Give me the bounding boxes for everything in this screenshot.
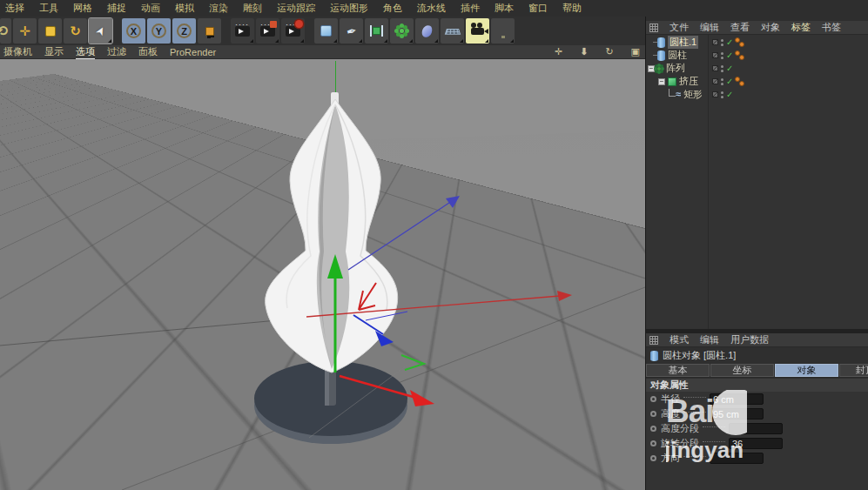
scale-icon <box>45 26 56 37</box>
menu-motion-tracker[interactable]: 运动跟踪 <box>277 2 315 15</box>
keyframe-ring-icon[interactable] <box>650 440 656 446</box>
coordinate-system-button[interactable] <box>198 18 221 44</box>
menu-select[interactable]: 选择 <box>5 2 24 15</box>
am-menu-userdata[interactable]: 用户数据 <box>730 333 769 346</box>
render-settings-button[interactable] <box>281 18 305 44</box>
menu-character[interactable]: 角色 <box>383 2 402 15</box>
om-menu-edit[interactable]: 编辑 <box>700 21 719 34</box>
render-view-button[interactable] <box>231 18 254 44</box>
lock-y-axis-button[interactable]: Y <box>147 18 171 44</box>
undo-button[interactable]: ⟲ <box>0 18 11 44</box>
orientation-input[interactable] <box>710 453 764 464</box>
array-object-icon <box>657 67 661 70</box>
prop-row-rotation-segments: 旋转分段 36 <box>646 436 868 451</box>
prop-row-height-segments: 高度分段 <box>646 421 868 436</box>
om-menu-file[interactable]: 文件 <box>670 21 689 34</box>
phong-tag[interactable] <box>735 77 747 87</box>
tree-row-extrude[interactable]: − 挤压 ✓ <box>646 75 868 88</box>
add-light-button[interactable] <box>491 18 515 44</box>
menu-sculpt[interactable]: 雕刻 <box>243 2 262 15</box>
vp-menu-filter[interactable]: 过滤 <box>107 45 126 58</box>
tree-row-cylinder1[interactable]: 圆柱.1 ✓ <box>646 36 868 49</box>
menu-pipeline[interactable]: 流水线 <box>417 2 446 15</box>
array-generator-button[interactable] <box>390 18 414 44</box>
add-camera-button[interactable] <box>466 18 489 44</box>
phong-tag[interactable] <box>735 37 747 48</box>
om-menu-tags[interactable]: 标签 <box>791 21 811 34</box>
vp-menu-cameras[interactable]: 摄像机 <box>3 45 32 58</box>
array-icon <box>400 29 404 33</box>
menu-plugins[interactable]: 插件 <box>461 2 480 15</box>
menu-tools[interactable]: 工具 <box>39 2 58 15</box>
viewport-toggle-icon[interactable]: ▣ <box>631 46 640 57</box>
floor-icon <box>444 29 460 35</box>
deformer-icon <box>421 23 434 38</box>
menu-render[interactable]: 渲染 <box>209 2 228 15</box>
extrude-object-icon <box>668 77 676 86</box>
menu-help[interactable]: 帮助 <box>562 2 582 15</box>
phong-tag[interactable] <box>735 50 747 61</box>
keyframe-ring-icon[interactable] <box>650 396 656 402</box>
tree-row-cylinder[interactable]: 圆柱 ✓ <box>646 49 868 62</box>
deformer-button[interactable] <box>415 18 439 44</box>
attribute-object-title: 圆柱对象 [圆柱.1] <box>646 348 868 363</box>
scale-button[interactable] <box>38 18 62 44</box>
menu-window[interactable]: 窗口 <box>528 2 548 15</box>
viewport-3d[interactable] <box>0 59 645 490</box>
rotation-segments-input[interactable]: 36 <box>729 438 783 449</box>
height-segments-input[interactable] <box>729 423 783 434</box>
collapse-toggle[interactable]: − <box>658 78 665 85</box>
tree-row-rectangle[interactable]: ≈ 矩形 ✓ <box>646 88 868 101</box>
environment-button[interactable] <box>441 18 464 44</box>
om-menu-objects[interactable]: 对象 <box>761 21 780 34</box>
tab-object[interactable]: 对象 <box>775 364 838 377</box>
menu-script[interactable]: 脚本 <box>495 2 514 15</box>
right-panel: 文件 编辑 查看 对象 标签 书签 圆柱.1 ✓ 圆柱 ✓ − 阵列 ✓ <box>645 16 868 490</box>
radius-input[interactable]: 6 cm <box>710 393 764 405</box>
menu-simulate[interactable]: 模拟 <box>175 2 194 15</box>
cursor-icon: ➤ <box>92 23 108 38</box>
height-input[interactable]: 95 cm <box>710 408 764 420</box>
panel-grip-icon[interactable] <box>649 23 658 32</box>
menu-mograph[interactable]: 运动图形 <box>330 2 368 15</box>
menu-animate[interactable]: 动画 <box>141 2 160 15</box>
move-button[interactable]: ✛ <box>13 18 37 44</box>
vp-menu-display[interactable]: 显示 <box>44 45 64 58</box>
am-menu-mode[interactable]: 模式 <box>670 333 689 346</box>
keyframe-ring-icon[interactable] <box>650 411 656 417</box>
rotate-button[interactable]: ↻ <box>64 18 87 44</box>
lock-x-axis-button[interactable]: X <box>122 18 145 44</box>
viewport-dolly-icon[interactable]: ⬇ <box>580 46 588 57</box>
vp-menu-prorender[interactable]: ProRender <box>170 47 216 57</box>
main-toolbar: ⟲ ✛ ↻ ➤ X Y Z ✒ <box>0 17 645 45</box>
om-menu-bookmarks[interactable]: 书签 <box>822 21 841 34</box>
menu-snap[interactable]: 捕捉 <box>107 2 126 15</box>
vp-menu-panel[interactable]: 面板 <box>138 45 158 58</box>
om-menu-view[interactable]: 查看 <box>730 21 750 34</box>
live-selection-button[interactable]: ➤ <box>89 18 112 44</box>
subdivision-surface-button[interactable] <box>365 18 388 44</box>
panel-grip-icon[interactable] <box>649 336 658 345</box>
tree-row-array[interactable]: − 阵列 ✓ <box>646 62 868 75</box>
am-menu-edit[interactable]: 编辑 <box>700 333 719 346</box>
menu-mesh[interactable]: 网格 <box>73 2 92 15</box>
add-cube-button[interactable] <box>314 18 338 44</box>
cube-icon <box>320 25 332 37</box>
lock-z-axis-button[interactable]: Z <box>172 18 196 44</box>
keyframe-ring-icon[interactable] <box>650 455 656 461</box>
spline-pen-button[interactable]: ✒ <box>340 18 363 44</box>
tab-basic[interactable]: 基本 <box>646 364 710 377</box>
render-view-icon <box>235 26 250 37</box>
attribute-tabs: 基本 坐标 对象 封顶 <box>646 364 868 378</box>
vp-menu-options[interactable]: 选项 <box>76 45 95 59</box>
viewport-pan-icon[interactable]: ✛ <box>555 46 562 57</box>
object-manager-menu: 文件 编辑 查看 对象 标签 书签 <box>646 21 868 35</box>
object-tree: 圆柱.1 ✓ 圆柱 ✓ − 阵列 ✓ − 挤压 ✓ ≈ 矩形 <box>646 35 868 329</box>
tab-caps[interactable]: 封顶 <box>839 364 868 377</box>
viewport-orbit-icon[interactable]: ↻ <box>605 46 613 57</box>
light-icon <box>499 27 508 36</box>
render-picture-viewer-button[interactable] <box>256 18 279 44</box>
keyframe-ring-icon[interactable] <box>650 426 656 432</box>
tab-coordinates[interactable]: 坐标 <box>710 364 774 377</box>
collapse-toggle[interactable]: − <box>648 65 655 72</box>
